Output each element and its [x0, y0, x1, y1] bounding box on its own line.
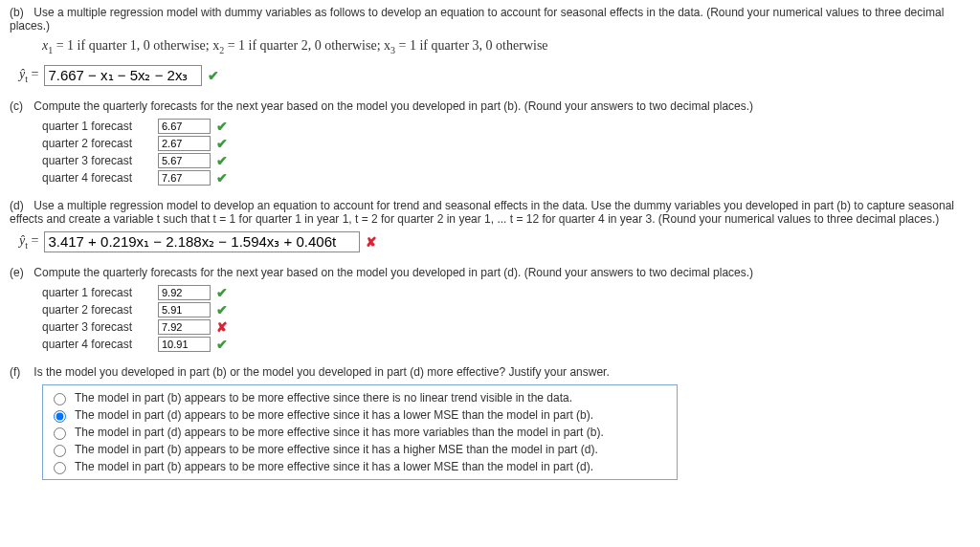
- forecast-label: quarter 2 forecast: [42, 137, 152, 150]
- part-e-text: Compute the quarterly forecasts for the …: [33, 266, 753, 279]
- forecast-input[interactable]: [158, 302, 211, 317]
- forecast-row: quarter 2 forecast✔: [42, 302, 970, 317]
- yhat-label-d: ŷt =: [19, 233, 38, 251]
- forecast-row: quarter 3 forecast✘: [42, 319, 970, 335]
- option-row[interactable]: The model in part (b) appears to be more…: [49, 458, 671, 475]
- option-radio[interactable]: [54, 410, 66, 423]
- part-d-prompt: (d) Use a multiple regression model to d…: [10, 199, 970, 226]
- check-icon: ✔: [208, 68, 219, 83]
- forecast-label: quarter 2 forecast: [42, 303, 152, 317]
- cross-icon: ✘: [366, 234, 377, 250]
- part-b: (b) Use a multiple regression model with…: [10, 6, 970, 86]
- option-text: The model in part (b) appears to be more…: [75, 391, 572, 405]
- option-radio[interactable]: [54, 393, 66, 405]
- check-icon: ✔: [216, 337, 228, 352]
- forecast-input[interactable]: [158, 319, 211, 335]
- part-d: (d) Use a multiple regression model to d…: [10, 199, 970, 252]
- option-radio[interactable]: [54, 462, 66, 474]
- check-icon: ✔: [216, 285, 228, 300]
- part-c: (c) Compute the quarterly forecasts for …: [10, 99, 970, 186]
- part-d-label: (d): [10, 199, 31, 212]
- option-radio[interactable]: [54, 445, 66, 457]
- part-e: (e) Compute the quarterly forecasts for …: [10, 266, 970, 352]
- forecast-label: quarter 1 forecast: [42, 120, 152, 133]
- part-e-prompt: (e) Compute the quarterly forecasts for …: [10, 266, 970, 279]
- equation-input-d[interactable]: [44, 231, 360, 252]
- part-e-label: (e): [10, 266, 31, 279]
- option-text: The model in part (d) appears to be more…: [75, 426, 604, 439]
- forecast-input[interactable]: [158, 337, 211, 352]
- forecast-label: quarter 4 forecast: [42, 171, 152, 185]
- part-c-prompt: (c) Compute the quarterly forecasts for …: [10, 99, 970, 113]
- option-text: The model in part (b) appears to be more…: [75, 443, 598, 456]
- part-b-label: (b): [10, 6, 31, 19]
- forecast-input[interactable]: [158, 136, 211, 151]
- forecast-input[interactable]: [158, 170, 211, 186]
- forecast-label: quarter 4 forecast: [42, 338, 152, 351]
- option-text: The model in part (b) appears to be more…: [75, 460, 593, 473]
- part-f-prompt: (f) Is the model you developed in part (…: [10, 365, 970, 379]
- part-f: (f) Is the model you developed in part (…: [10, 365, 970, 480]
- forecast-label: quarter 3 forecast: [42, 320, 152, 334]
- option-radio[interactable]: [54, 427, 66, 440]
- forecast-input[interactable]: [158, 285, 211, 300]
- check-icon: ✔: [216, 170, 228, 186]
- forecast-label: quarter 3 forecast: [42, 154, 152, 167]
- option-row[interactable]: The model in part (d) appears to be more…: [49, 424, 671, 441]
- check-icon: ✔: [216, 136, 228, 151]
- forecast-input[interactable]: [158, 153, 211, 168]
- check-icon: ✔: [216, 119, 228, 134]
- forecast-input[interactable]: [158, 119, 211, 134]
- part-b-text: Use a multiple regression model with dum…: [10, 6, 944, 33]
- check-icon: ✔: [216, 153, 228, 168]
- equation-input-b[interactable]: [44, 65, 202, 86]
- option-text: The model in part (d) appears to be more…: [75, 408, 593, 422]
- forecast-row: quarter 4 forecast✔: [42, 170, 970, 186]
- part-c-text: Compute the quarterly forecasts for the …: [33, 99, 753, 113]
- check-icon: ✔: [216, 302, 228, 317]
- forecast-row: quarter 4 forecast✔: [42, 337, 970, 352]
- part-f-text: Is the model you developed in part (b) o…: [33, 365, 609, 379]
- forecast-row: quarter 1 forecast✔: [42, 285, 970, 300]
- yhat-label-b: ŷt =: [19, 67, 38, 84]
- part-b-prompt: (b) Use a multiple regression model with…: [10, 6, 970, 33]
- forecast-label: quarter 1 forecast: [42, 286, 152, 299]
- part-f-options: The model in part (b) appears to be more…: [42, 384, 678, 480]
- part-c-label: (c): [10, 99, 31, 113]
- option-row[interactable]: The model in part (d) appears to be more…: [49, 406, 671, 424]
- part-f-label: (f): [10, 365, 31, 379]
- option-row[interactable]: The model in part (b) appears to be more…: [49, 389, 671, 406]
- part-d-text: Use a multiple regression model to devel…: [10, 199, 954, 226]
- cross-icon: ✘: [216, 319, 228, 335]
- part-b-vardef: x1 = 1 if quarter 1, 0 otherwise; x2 = 1…: [10, 38, 970, 55]
- option-row[interactable]: The model in part (b) appears to be more…: [49, 441, 671, 458]
- forecast-row: quarter 3 forecast✔: [42, 153, 970, 168]
- forecast-row: quarter 2 forecast✔: [42, 136, 970, 151]
- forecast-row: quarter 1 forecast✔: [42, 119, 970, 134]
